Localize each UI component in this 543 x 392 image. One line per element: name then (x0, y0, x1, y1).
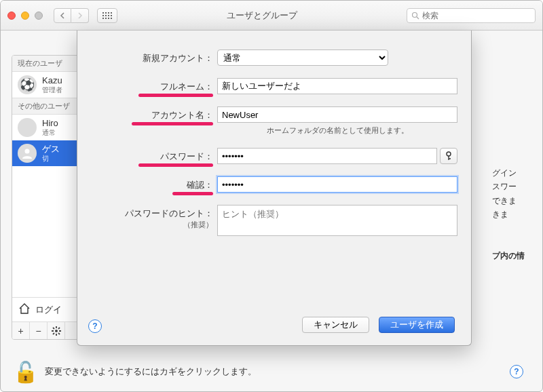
svg-point-24 (447, 152, 451, 156)
unlock-icon[interactable]: 🔓 (13, 360, 38, 384)
avatar-icon (18, 118, 37, 137)
password-hint-input[interactable] (217, 205, 457, 236)
user-name: Kazu (42, 75, 62, 86)
account-name-label: アカウント名： (151, 110, 213, 120)
new-user-sheet: 新規アカウント： 通常 フルネーム： アカウント名： ホームフォルダの名前として… (77, 31, 472, 346)
confirm-label: 確認： (187, 180, 213, 190)
obscured-text: グイン スワー できま きま プ内の情 (492, 166, 530, 262)
lock-text: 変更できないようにするにはカギをクリックします。 (45, 366, 257, 378)
svg-rect-4 (102, 15, 104, 16)
hint-sublabel: （推奨） (91, 220, 213, 230)
minimize-window-button[interactable] (21, 12, 29, 20)
zoom-window-button (35, 12, 43, 20)
svg-rect-6 (108, 15, 109, 16)
search-input[interactable] (422, 11, 531, 20)
remove-user-button[interactable]: − (30, 322, 48, 340)
user-role: 通常 (42, 129, 58, 137)
svg-rect-2 (108, 12, 109, 14)
help-button[interactable]: ? (88, 319, 102, 333)
account-name-input[interactable] (217, 106, 457, 123)
svg-rect-7 (111, 15, 112, 16)
svg-rect-0 (102, 12, 104, 14)
close-window-button[interactable] (7, 12, 16, 20)
svg-rect-5 (105, 15, 107, 16)
login-options-label: ログイ (35, 304, 62, 316)
user-name: Hiro (42, 118, 58, 129)
user-name: ゲス (42, 144, 60, 155)
fullname-input[interactable] (217, 78, 457, 94)
avatar-icon (18, 144, 37, 163)
forward-button[interactable] (71, 8, 89, 23)
svg-point-12 (413, 12, 417, 17)
search-field[interactable] (407, 8, 536, 23)
svg-line-13 (417, 17, 419, 19)
back-button[interactable] (54, 8, 71, 23)
account-name-hint: ホームフォルダの名前として使用します。 (217, 125, 457, 136)
home-icon (18, 302, 31, 317)
svg-rect-1 (105, 12, 107, 14)
annotation-underline (172, 192, 213, 195)
svg-rect-11 (111, 18, 112, 19)
svg-rect-8 (102, 18, 104, 19)
password-assistant-button[interactable] (440, 148, 457, 164)
help-button[interactable]: ? (510, 365, 523, 378)
password-label: パスワード： (160, 151, 213, 161)
lock-bar: 🔓 変更できないようにするにはカギをクリックします。 ? (1, 352, 542, 391)
svg-point-14 (25, 149, 30, 154)
titlebar: ユーザとグループ (1, 1, 542, 31)
annotation-underline (138, 163, 213, 167)
gear-icon (52, 326, 61, 336)
svg-line-22 (58, 328, 60, 329)
password-input[interactable] (217, 148, 437, 164)
svg-line-21 (58, 333, 60, 334)
svg-rect-9 (105, 18, 107, 19)
hint-label: パスワードのヒント： (125, 208, 213, 218)
annotation-underline (138, 94, 213, 97)
add-user-button[interactable]: + (12, 322, 30, 340)
account-type-label: 新規アカウント： (91, 50, 213, 64)
svg-point-15 (55, 330, 58, 332)
annotation-underline (132, 122, 213, 125)
create-user-button[interactable]: ユーザを作成 (379, 317, 455, 333)
svg-line-20 (53, 328, 54, 329)
svg-rect-10 (108, 18, 109, 19)
key-icon (445, 151, 453, 161)
account-type-select[interactable]: 通常 (217, 50, 388, 66)
cancel-button[interactable]: キャンセル (302, 317, 369, 333)
show-all-prefs-button[interactable] (97, 8, 117, 23)
fullname-label: フルネーム： (160, 81, 213, 92)
confirm-password-input[interactable] (217, 176, 457, 193)
avatar-icon: ⚽ (18, 75, 37, 94)
svg-rect-3 (111, 12, 112, 14)
user-role: 管理者 (42, 86, 62, 94)
search-icon (411, 12, 419, 20)
window-title: ユーザとグループ (123, 9, 401, 22)
svg-line-23 (53, 333, 54, 334)
user-role: 切 (42, 155, 60, 163)
settings-gear-button[interactable] (48, 322, 65, 340)
